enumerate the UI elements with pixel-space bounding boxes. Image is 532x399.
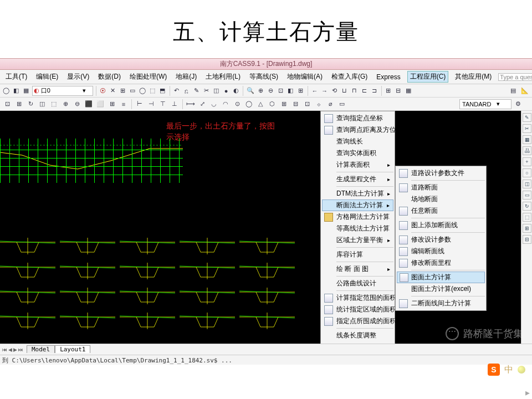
rt-icon[interactable]: ✎ [523, 113, 531, 122]
menu-item[interactable]: 绘 断 面 图 [322, 263, 393, 275]
tool-icon[interactable]: ▦ [22, 86, 30, 96]
ime-lang[interactable]: 中 [504, 364, 513, 376]
zoom-icon[interactable]: 🔍 [246, 86, 255, 96]
menu-item[interactable]: 图面土方计算 [397, 272, 485, 283]
tool-icon[interactable]: ⦿ [99, 86, 107, 96]
tool-icon[interactable]: ◫ [37, 99, 47, 109]
dim-icon[interactable]: ⊙ [232, 99, 242, 109]
dim-icon[interactable]: ◠ [221, 99, 231, 109]
menu-item[interactable]: 编辑断面线 [397, 245, 485, 257]
menu-item[interactable]: 图上添加断面线 [397, 219, 485, 231]
cut-icon[interactable]: ✂ [202, 86, 211, 96]
menu-item[interactable]: 等高线(S) [247, 71, 280, 82]
menu-item[interactable]: 公路曲线设计 [322, 278, 393, 289]
menu-item[interactable]: 地籍(J) [173, 71, 199, 82]
tool-icon[interactable]: ⚙ [513, 99, 523, 109]
menu-item[interactable]: 显示(V) [65, 71, 91, 82]
tool-icon[interactable]: ⬚ [149, 86, 157, 96]
tool-icon[interactable]: ⊣ [146, 99, 156, 109]
tool-icon[interactable]: ⊞ [14, 99, 24, 109]
tool-icon[interactable]: ↻ [25, 99, 35, 109]
dim-icon[interactable]: ⤢ [197, 99, 207, 109]
dim-icon[interactable]: ⊞ [279, 99, 289, 109]
dim-icon[interactable]: ⌀ [325, 99, 335, 109]
rt-icon[interactable]: + [523, 157, 531, 166]
menu-item[interactable]: 生成里程文件 [322, 173, 393, 185]
menu-item[interactable]: 编辑(E) [34, 71, 60, 82]
tool-icon[interactable]: ▦ [404, 86, 412, 96]
tool-icon[interactable]: ▤ [508, 86, 518, 96]
rt-icon[interactable]: ⬚ [523, 213, 531, 222]
tool-icon[interactable]: ⊞ [119, 86, 127, 96]
tool-icon[interactable]: ✎ [192, 86, 201, 96]
tool-icon[interactable]: ⊞ [384, 86, 392, 96]
menu-item[interactable]: 断面法土方计算 [322, 200, 393, 211]
rt-icon[interactable]: ▭ [523, 191, 531, 200]
tool-icon[interactable]: ⬜ [95, 99, 105, 109]
menu-item[interactable]: 查询线长 [322, 136, 393, 147]
style-select[interactable]: TANDARD▾ [459, 99, 511, 109]
tab-nav[interactable]: ⏮◀▶⏭ [2, 347, 23, 352]
tool-icon[interactable]: ⊓ [350, 86, 359, 96]
section-earthwork-submenu[interactable]: 道路设计参数文件道路断面场地断面任意断面图上添加断面线修改设计参数编辑断面线修改… [395, 166, 487, 311]
tool-icon[interactable]: ⊞ [296, 86, 305, 96]
rt-icon[interactable]: ⊞ [523, 224, 531, 233]
rt-icon[interactable]: ▦ [523, 135, 531, 144]
menu-item[interactable]: 计算表面积 [322, 159, 393, 171]
command-line[interactable]: 到 C:\Users\lenovo\AppData\Local\Temp\Dra… [0, 355, 532, 365]
ime-skin-icon[interactable] [518, 366, 525, 374]
tool-icon[interactable]: → [320, 86, 329, 96]
menu-item[interactable]: 查询两点距离及方位 [322, 124, 393, 136]
dim-icon[interactable]: ▭ [337, 99, 347, 109]
rt-icon[interactable]: ⊟ [523, 235, 531, 244]
tool-icon[interactable]: ⊡ [277, 86, 285, 96]
tool-icon[interactable]: ← [310, 86, 319, 96]
tool-icon[interactable]: ✕ [109, 86, 117, 96]
dim-icon[interactable]: ⬡ [267, 99, 277, 109]
menu-item[interactable]: 等高线法土方计算 [322, 223, 393, 234]
tool-icon[interactable]: 📐 [520, 86, 530, 96]
tool-icon[interactable]: ⊕ [60, 99, 70, 109]
rt-icon[interactable]: ◫ [523, 180, 531, 188]
menu-item[interactable]: 道路设计参数文件 [397, 167, 485, 179]
menu-item[interactable]: 修改设计参数 [397, 234, 485, 245]
menu-item[interactable]: 查询指定点坐标 [322, 112, 393, 124]
tool-icon[interactable]: ● [222, 86, 231, 96]
menu-item[interactable]: 绘图处理(W) [127, 71, 169, 82]
tool-icon[interactable]: ⊕ [257, 86, 265, 96]
menu-item[interactable]: DTM法土方计算 [322, 188, 393, 200]
menu-item[interactable]: 面积调整 [322, 341, 393, 344]
menu-item[interactable]: 其他应用(M) [453, 71, 494, 82]
tool-icon[interactable]: ⊞ [107, 99, 117, 109]
rt-icon[interactable]: ✂ [523, 124, 531, 133]
layout-tab[interactable]: Model [27, 345, 55, 353]
menu-item[interactable]: 统计指定区域的面积 [322, 304, 393, 315]
tool-icon[interactable]: ⊐ [370, 86, 378, 96]
tool-icon[interactable]: ◫ [212, 86, 221, 96]
layer-select[interactable]: ◐ 口0 ▾ [32, 86, 93, 96]
menu-item[interactable]: 库容计算 [322, 249, 393, 260]
drawing-canvas[interactable]: 最后一步，出土石方量了，按图 示选择 // will draw grid lin… [0, 111, 532, 344]
tool-icon[interactable]: ◧ [287, 86, 295, 96]
menu-item[interactable]: 线条长度调整 [322, 330, 393, 341]
tool-icon[interactable]: ◧ [12, 86, 21, 96]
tool-icon[interactable]: ⬒ [158, 86, 167, 96]
menu-item[interactable]: 场地断面 [397, 193, 485, 205]
help-search[interactable] [498, 73, 532, 81]
menu-item[interactable]: 工程应用(C) [407, 71, 449, 83]
dim-icon[interactable]: ⊡ [302, 99, 312, 109]
menu-item[interactable]: 任意断面 [397, 205, 485, 217]
dim-icon[interactable]: △ [255, 99, 265, 109]
menu-item[interactable]: 检查入库(G) [329, 71, 370, 82]
dim-icon[interactable]: ◯ [244, 99, 254, 109]
help-input[interactable] [498, 73, 532, 81]
tool-icon[interactable]: ⊢ [135, 99, 145, 109]
dim-icon[interactable]: ⟼ [186, 99, 196, 109]
tool-icon[interactable]: ⊖ [267, 86, 275, 96]
tool-icon[interactable]: ⊏ [360, 86, 369, 96]
menu-item[interactable]: 查询实体面积 [322, 147, 393, 159]
menu-item[interactable]: 土地利用(L) [203, 71, 243, 82]
tool-icon[interactable]: ⟲ [330, 86, 339, 96]
tool-icon[interactable]: ↶ [172, 86, 181, 96]
tool-icon[interactable]: ≡ [119, 99, 129, 109]
